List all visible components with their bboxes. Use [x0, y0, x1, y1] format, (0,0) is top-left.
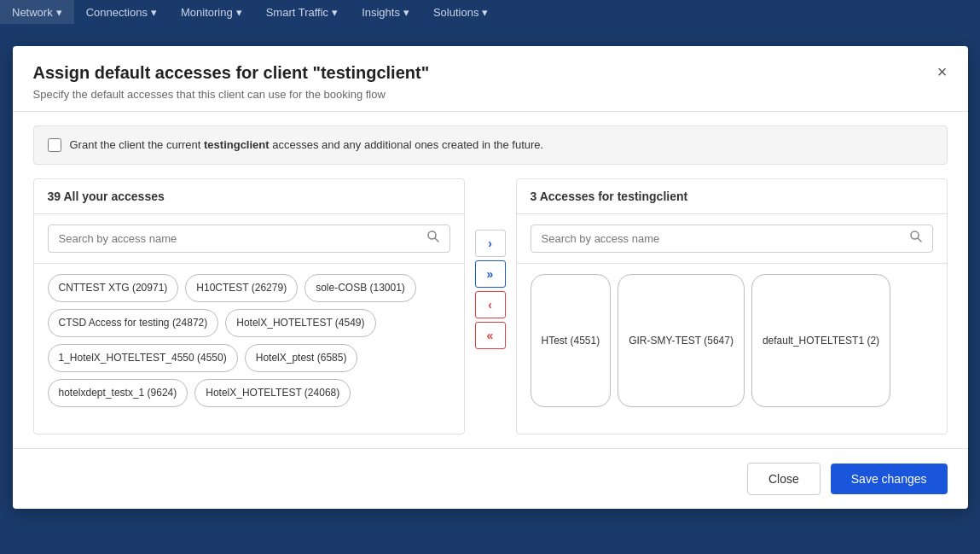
client-accesses-list: HTest (4551)GIR-SMY-TEST (5647)default_H…	[517, 264, 947, 417]
nav-solutions[interactable]: Solutions ▾	[421, 0, 500, 24]
list-item[interactable]: HotelX_HOTELTEST (24068)	[194, 379, 351, 407]
chevron-down-icon: ▾	[236, 6, 242, 19]
list-item[interactable]: HTest (4551)	[531, 274, 612, 407]
chevron-down-icon: ▾	[482, 6, 488, 19]
client-accesses-header: 3 Accesses for testingclient	[517, 179, 947, 214]
all-accesses-panel: 39 All your accesses CNTTEST XTG (20971)…	[33, 178, 465, 434]
nav-network[interactable]: Network ▾	[0, 0, 74, 24]
search-icon	[909, 230, 923, 247]
chevron-down-icon: ▾	[403, 6, 409, 19]
chevron-down-icon: ▾	[151, 6, 157, 19]
list-item[interactable]: GIR-SMY-TEST (5647)	[618, 274, 745, 407]
list-item[interactable]: hotelxdept_testx_1 (9624)	[48, 379, 188, 407]
move-all-left-button[interactable]: «	[475, 322, 506, 349]
top-nav: Network ▾ Connections ▾ Monitoring ▾ Sma…	[0, 0, 980, 24]
svg-line-3	[918, 238, 921, 242]
client-accesses-panel: 3 Accesses for testingclient HTest (4551…	[516, 178, 948, 434]
nav-connections[interactable]: Connections ▾	[74, 0, 169, 24]
close-button[interactable]: Close	[747, 463, 821, 495]
modal-close-button[interactable]: ×	[934, 60, 951, 84]
list-item[interactable]: HotelX_HOTELTEST (4549)	[225, 309, 375, 337]
svg-line-1	[435, 238, 438, 242]
list-item[interactable]: 1_HotelX_HOTELTEST_4550 (4550)	[48, 344, 238, 372]
modal-title: Assign default accesses for client "test…	[33, 63, 948, 83]
modal-footer: Close Save changes	[13, 448, 968, 509]
nav-insights[interactable]: Insights ▾	[350, 0, 421, 24]
move-all-right-button[interactable]: »	[475, 260, 506, 288]
modal-body: Grant the client the current testingclie…	[13, 112, 968, 448]
list-item[interactable]: CTSD Access for testing (24872)	[48, 309, 219, 337]
client-accesses-search-container	[517, 214, 947, 264]
search-icon	[426, 230, 440, 247]
nav-monitoring[interactable]: Monitoring ▾	[169, 0, 254, 24]
move-right-button[interactable]: ›	[475, 230, 506, 257]
nav-smart-traffic[interactable]: Smart Traffic ▾	[254, 0, 350, 24]
save-changes-button[interactable]: Save changes	[831, 464, 948, 494]
panels-row: 39 All your accesses CNTTEST XTG (20971)…	[33, 178, 948, 434]
list-item[interactable]: sole-COSB (13001)	[304, 274, 416, 302]
all-accesses-search-input[interactable]	[48, 225, 450, 253]
transfer-controls: › » ‹ «	[465, 230, 516, 349]
all-accesses-header: 39 All your accesses	[34, 179, 464, 214]
grant-text: Grant the client the current testingclie…	[70, 138, 544, 151]
chevron-down-icon: ▾	[56, 6, 62, 19]
client-accesses-search-input[interactable]	[531, 225, 933, 253]
all-accesses-list: CNTTEST XTG (20971)H10CTEST (26279)sole-…	[34, 264, 464, 417]
move-left-button[interactable]: ‹	[475, 291, 506, 318]
list-item[interactable]: CNTTEST XTG (20971)	[48, 274, 179, 302]
all-accesses-search-container	[34, 214, 464, 264]
chevron-down-icon: ▾	[332, 6, 338, 19]
assign-accesses-modal: Assign default accesses for client "test…	[13, 46, 968, 509]
list-item[interactable]: HotelX_ptest (6585)	[245, 344, 358, 372]
grant-all-row: Grant the client the current testingclie…	[33, 125, 948, 165]
modal-header: Assign default accesses for client "test…	[13, 46, 968, 112]
list-item[interactable]: default_HOTELTEST1 (2)	[751, 274, 890, 407]
grant-all-checkbox[interactable]	[48, 138, 61, 152]
modal-subtitle: Specify the default accesses that this c…	[33, 88, 948, 101]
list-item[interactable]: H10CTEST (26279)	[185, 274, 298, 302]
